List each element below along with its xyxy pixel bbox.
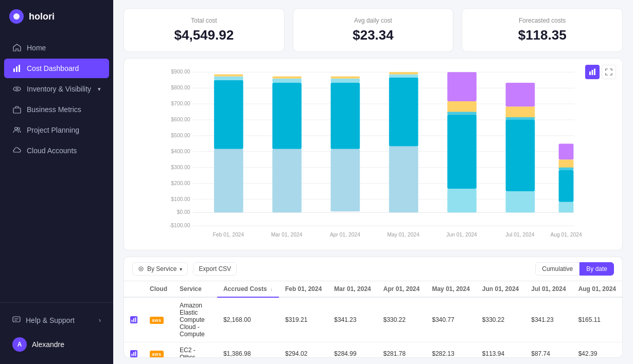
filter-label: By Service xyxy=(147,265,177,272)
chart-bar-button[interactable] xyxy=(585,65,600,79)
row-mar: $284.99 xyxy=(328,342,377,358)
row-apr: $281.78 xyxy=(377,342,426,358)
user-profile[interactable]: A Alexandre xyxy=(8,333,105,356)
sort-icon: ↓ xyxy=(270,286,273,292)
stats-row: Total cost $4,549.92 Avg daily cost $23.… xyxy=(113,0,633,58)
col-mar[interactable]: Mar 01, 2024 xyxy=(328,281,377,297)
col-service[interactable]: Service xyxy=(173,281,217,297)
briefcase-icon xyxy=(12,105,22,114)
sidebar-item-home-label: Home xyxy=(27,44,46,52)
svg-text:May 01, 2024: May 01, 2024 xyxy=(388,232,420,238)
sidebar-navigation: Home Cost Dashboard Inventory & Visibili… xyxy=(0,33,113,302)
svg-text:$0.00: $0.00 xyxy=(177,209,190,215)
svg-rect-2 xyxy=(13,68,15,72)
sidebar-item-project-planning[interactable]: Project Planning xyxy=(4,120,109,140)
row-service: EC2 - Other xyxy=(173,342,217,358)
svg-rect-36 xyxy=(214,149,243,213)
svg-rect-38 xyxy=(214,77,243,80)
sidebar-item-business-metrics[interactable]: Business Metrics xyxy=(4,100,109,119)
row-accrued: $1,386.98 xyxy=(217,342,279,358)
svg-point-75 xyxy=(140,268,142,270)
by-date-mode-button[interactable]: By date xyxy=(579,262,614,276)
sidebar-item-home[interactable]: Home xyxy=(4,38,109,58)
help-icon xyxy=(12,315,21,325)
row-cloud: aws xyxy=(144,342,173,358)
col-apr[interactable]: Apr 01, 2024 xyxy=(377,281,426,297)
table-mode-toggle: Cumulative By date xyxy=(535,262,614,276)
logo-text: holori xyxy=(29,11,55,22)
svg-point-8 xyxy=(15,128,17,130)
col-feb[interactable]: Feb 01, 2024 xyxy=(279,281,328,297)
row-accrued: $2,168.00 xyxy=(217,297,279,342)
total-cost-value: $4,549.92 xyxy=(134,27,274,43)
svg-rect-41 xyxy=(272,83,302,149)
svg-rect-39 xyxy=(214,74,243,76)
col-aug[interactable]: Aug 01, 2024 xyxy=(572,281,622,297)
user-name: Alexandre xyxy=(32,340,64,349)
svg-text:Mar 01, 2024: Mar 01, 2024 xyxy=(271,232,303,238)
svg-rect-53 xyxy=(447,115,477,189)
sidebar-item-business-metrics-label: Business Metrics xyxy=(27,105,81,114)
sidebar: holori Home Cost Dashboard Inventory & V… xyxy=(0,0,113,364)
sidebar-item-cost-dashboard[interactable]: Cost Dashboard xyxy=(4,59,109,78)
row-apr: $330.22 xyxy=(377,297,426,342)
aws-badge: aws xyxy=(150,351,164,357)
svg-rect-49 xyxy=(389,78,418,147)
sidebar-item-project-planning-label: Project Planning xyxy=(27,126,79,134)
eye-icon xyxy=(12,84,22,94)
col-may[interactable]: May 01, 2024 xyxy=(426,281,476,297)
svg-rect-77 xyxy=(133,318,134,322)
sidebar-item-inventory[interactable]: Inventory & Visibility ▾ xyxy=(4,79,109,99)
table-scroll[interactable]: Cloud Service Accrued Costs ↓ Feb 01, 20… xyxy=(124,281,622,357)
svg-text:$600.00: $600.00 xyxy=(171,117,190,122)
row-jul: $87.74 xyxy=(525,342,572,358)
svg-rect-47 xyxy=(331,77,360,79)
col-accrued[interactable]: Accrued Costs ↓ xyxy=(217,281,279,297)
svg-rect-3 xyxy=(16,66,17,72)
svg-rect-51 xyxy=(389,72,418,74)
aws-badge: aws xyxy=(150,317,164,324)
svg-rect-37 xyxy=(214,80,243,149)
svg-rect-50 xyxy=(389,74,418,77)
table-row: awsAmazon Elastic Compute Cloud - Comput… xyxy=(124,297,622,342)
col-cloud[interactable]: Cloud xyxy=(144,281,173,297)
svg-rect-56 xyxy=(447,112,477,115)
cost-table: Cloud Service Accrued Costs ↓ Feb 01, 20… xyxy=(124,281,622,357)
home-icon xyxy=(12,43,22,52)
svg-rect-79 xyxy=(132,354,133,356)
help-support-label: Help & Support xyxy=(26,316,75,324)
cumulative-mode-button[interactable]: Cumulative xyxy=(535,262,579,276)
svg-text:$300.00: $300.00 xyxy=(171,165,190,170)
svg-text:Jul 01, 2024: Jul 01, 2024 xyxy=(505,232,534,238)
svg-text:-$100.00: -$100.00 xyxy=(169,223,190,228)
sidebar-item-cloud-accounts[interactable]: Cloud Accounts xyxy=(4,141,109,160)
svg-rect-61 xyxy=(506,117,535,120)
svg-rect-10 xyxy=(13,317,20,322)
row-chart-icon xyxy=(124,342,144,358)
logo: holori xyxy=(0,0,113,33)
help-support-item[interactable]: Help & Support › xyxy=(8,311,105,329)
sidebar-bottom: Help & Support › A Alexandre xyxy=(0,302,113,364)
svg-point-9 xyxy=(17,128,20,130)
svg-text:Aug 01, 2024: Aug 01, 2024 xyxy=(550,232,582,238)
export-csv-button[interactable]: Export CSV xyxy=(193,262,237,276)
chevron-down-icon: ▾ xyxy=(98,86,101,93)
sidebar-item-inventory-label: Inventory & Visibility xyxy=(27,85,91,93)
row-jun: $113.94 xyxy=(476,342,525,358)
col-jul[interactable]: Jul 01, 2024 xyxy=(525,281,572,297)
filter-chevron-icon: ▾ xyxy=(180,266,182,272)
row-feb: $294.02 xyxy=(279,342,328,358)
svg-text:$500.00: $500.00 xyxy=(171,133,190,138)
forecasted-cost-card: Forecasted costs $118.35 xyxy=(462,8,623,52)
svg-rect-42 xyxy=(272,79,302,83)
svg-rect-13 xyxy=(594,69,595,76)
table-toolbar: By Service ▾ Export CSV Cumulative By da… xyxy=(124,257,622,281)
svg-point-6 xyxy=(16,88,18,90)
col-jun[interactable]: Jun 01, 2024 xyxy=(476,281,525,297)
filter-by-service-button[interactable]: By Service ▾ xyxy=(132,262,188,276)
table-header-row: Cloud Service Accrued Costs ↓ Feb 01, 20… xyxy=(124,281,622,297)
svg-text:Jun 01, 2024: Jun 01, 2024 xyxy=(446,232,477,238)
chart-expand-button[interactable] xyxy=(602,65,616,79)
forecasted-value: $118.35 xyxy=(472,27,612,43)
svg-point-5 xyxy=(13,87,21,91)
